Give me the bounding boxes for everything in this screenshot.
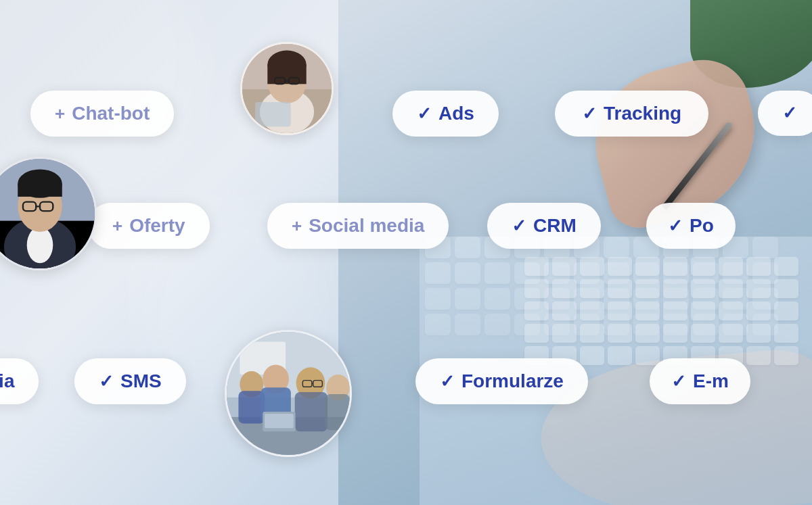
pill-label-crm: CRM — [533, 215, 577, 237]
pill-sms: ✓ SMS — [74, 358, 186, 404]
svg-rect-27 — [238, 391, 265, 423]
pill-po: ✓ Po — [646, 203, 736, 249]
avatar-man-glasses — [0, 157, 97, 270]
avatar-woman-phone — [240, 42, 334, 135]
check-icon-extra: ✓ — [782, 103, 797, 124]
svg-rect-10 — [255, 102, 291, 126]
group-photo-svg — [227, 332, 350, 455]
woman-photo-svg — [242, 44, 332, 133]
check-icon-ads: ✓ — [417, 103, 432, 124]
pill-tracking: ✓ Tracking — [555, 91, 708, 137]
pill-label-social-media: Social media — [309, 215, 424, 237]
check-icon-tracking: ✓ — [582, 103, 597, 124]
pill-label-email: E-m — [693, 370, 729, 392]
pill-label-chat-bot: Chat-bot — [72, 103, 150, 124]
check-icon-email: ✓ — [671, 371, 686, 392]
pill-label-tracking: Tracking — [604, 103, 681, 124]
svg-point-15 — [27, 226, 53, 263]
pill-label-formularze: Formularze — [461, 370, 564, 392]
man-photo-svg — [0, 159, 95, 268]
pill-crm: ✓ CRM — [487, 203, 601, 249]
pill-oferty: + Oferty — [88, 203, 210, 249]
pill-social-media: + Social media — [267, 203, 449, 249]
keyboard-keys — [524, 257, 798, 368]
pill-label-ads: Ads — [438, 103, 474, 124]
svg-rect-38 — [265, 414, 294, 428]
svg-rect-31 — [295, 392, 328, 431]
pill-email: ✓ E-m — [650, 358, 750, 404]
svg-rect-18 — [18, 184, 62, 197]
svg-rect-36 — [325, 394, 350, 430]
avatar-group-meeting — [225, 330, 352, 457]
main-scene: + Chat-bot ✓ Ads ✓ Tracking ✓ + Oferty +… — [0, 0, 812, 505]
pill-label-dia: dia — [0, 370, 14, 392]
pill-dia: dia — [0, 358, 39, 404]
plus-icon-chat-bot: + — [55, 103, 65, 124]
check-icon-sms: ✓ — [99, 371, 114, 392]
check-icon-formularze: ✓ — [440, 371, 455, 392]
plus-icon-oferty: + — [112, 216, 122, 237]
pill-chat-bot: + Chat-bot — [30, 91, 174, 137]
pill-formularze: ✓ Formularze — [415, 358, 588, 404]
check-icon-crm: ✓ — [512, 216, 526, 237]
pill-ads: ✓ Ads — [392, 91, 499, 137]
pill-label-oferty: Oferty — [129, 215, 185, 237]
check-icon-po: ✓ — [668, 216, 683, 237]
pill-extra-top-right: ✓ — [758, 91, 812, 136]
plus-icon-social: + — [292, 216, 302, 237]
pill-label-sms: SMS — [120, 370, 162, 392]
pill-label-po: Po — [690, 215, 714, 237]
